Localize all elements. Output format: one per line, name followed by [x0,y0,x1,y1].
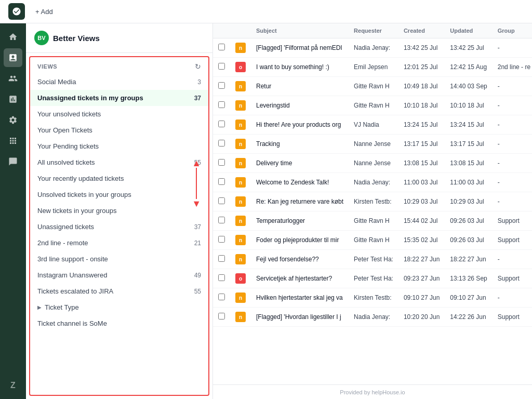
priority-badge-12: o [235,273,246,284]
row-group-11: - [493,250,532,269]
table-row[interactable]: o Servicetjek af hjertestarter? Peter Te… [213,269,532,288]
row-group-0: - [493,38,532,58]
table-row[interactable]: n Hi there! Are your products org VJ Nad… [213,115,532,135]
table-row[interactable]: n Fejl ved forsendelse?? Peter Test Ha: … [213,250,532,269]
row-checkbox-9[interactable] [213,211,230,231]
row-checkbox-11[interactable] [213,250,230,269]
tickets-icon[interactable] [4,48,22,67]
row-subject-13: Hvilken hjertestarter skal jeg va [251,288,349,308]
checkbox-2[interactable] [218,82,225,89]
row-checkbox-10[interactable] [213,231,230,250]
table-row[interactable]: n Leveringstid Gitte Ravn H 10:10 18 Jul… [213,96,532,115]
checkbox-14[interactable] [218,313,225,320]
view-item-6[interactable]: Your recently updated tickets [30,170,208,187]
views-panel-title: Better Views [53,34,100,43]
priority-badge-3: n [235,100,246,111]
col-checkbox [213,23,230,38]
table-row[interactable]: n Delivery time Nanne Jense 13:08 15 Jul… [213,154,532,173]
table-row[interactable]: n Retur Gitte Ravn H 10:49 18 Jul 14:40 … [213,77,532,96]
view-count-13: 55 [194,288,201,295]
view-item-10[interactable]: 2nd line - remote 21 [30,235,208,251]
view-item-ticket-type[interactable]: ▶ Ticket Type [30,299,208,315]
row-created-9: 15:44 02 Jul [398,211,445,231]
row-priority-4: n [230,115,251,135]
checkbox-9[interactable] [218,217,225,223]
checkbox-1[interactable] [218,63,225,70]
add-button[interactable]: + Add [31,6,57,18]
view-item-4[interactable]: Your Pending tickets [30,138,208,154]
view-item-11[interactable]: 3rd line support - onsite [30,251,208,267]
row-checkbox-5[interactable] [213,135,230,154]
row-group-6: - [493,154,532,173]
checkbox-8[interactable] [218,197,225,204]
table-row[interactable]: o I want to buy something! :) Emil Jepse… [213,58,532,77]
row-checkbox-1[interactable] [213,58,230,77]
checkbox-10[interactable] [218,236,225,243]
checkbox-3[interactable] [218,101,225,108]
row-checkbox-7[interactable] [213,173,230,192]
view-item-0[interactable]: Social Media 3 [30,74,208,90]
users-icon[interactable] [4,69,22,88]
table-row[interactable]: n [Flagged] 'Filformat på nemEDI Nadia J… [213,38,532,58]
main-layout: Z BV Better Views Views ↻ Social Media 3… [0,23,532,399]
row-checkbox-14[interactable] [213,308,230,327]
row-checkbox-13[interactable] [213,288,230,308]
home-icon[interactable] [4,28,22,46]
table-row[interactable]: n [Flagged] 'Hvordan ligestiller I j Nad… [213,308,532,327]
row-updated-7: 11:00 03 Jul [445,173,492,192]
view-label-1: Unassigned tickets in my groups [37,94,194,102]
table-row[interactable]: n Hvilken hjertestarter skal jeg va Kirs… [213,288,532,308]
view-item-5[interactable]: All unsolved tickets 55 [30,154,208,170]
checkbox-0[interactable] [218,44,225,50]
row-checkbox-3[interactable] [213,96,230,115]
row-subject-8: Re: Kan jeg returnere vare købt [251,192,349,211]
zendesk-icon[interactable]: Z [4,376,22,395]
row-checkbox-4[interactable] [213,115,230,135]
table-row[interactable]: n Temperaturlogger Gitte Ravn H 15:44 02… [213,211,532,231]
row-checkbox-12[interactable] [213,269,230,288]
settings-icon[interactable] [4,111,22,129]
checkbox-5[interactable] [218,140,225,147]
priority-badge-7: n [235,177,246,188]
table-row[interactable]: n Tracking Nanne Jense 13:17 15 Jul 13:1… [213,135,532,154]
row-priority-0: n [230,38,251,58]
row-checkbox-0[interactable] [213,38,230,58]
row-group-7: - [493,173,532,192]
reports-icon[interactable] [4,90,22,109]
checkbox-12[interactable] [218,274,225,281]
checkbox-7[interactable] [218,178,225,185]
view-item-12[interactable]: Instagram Unanswered 49 [30,267,208,283]
app-logo [8,3,25,20]
chat-icon[interactable] [4,152,22,171]
apps-icon[interactable] [4,131,22,150]
footer-bar: Provided by helpHouse.io [213,384,532,399]
table-row[interactable]: n Re: Kan jeg returnere vare købt Kirste… [213,192,532,211]
table-row[interactable]: n Welcome to Zendesk Talk! Nadia Jenay: … [213,173,532,192]
row-requester-5: Nanne Jense [349,135,398,154]
view-item-ticket-channel[interactable]: Ticket channel is SoMe [30,315,208,331]
table-row[interactable]: n Foder og plejeprodukter til mir Gitte … [213,231,532,250]
checkbox-11[interactable] [218,255,225,262]
row-subject-14: [Flagged] 'Hvordan ligestiller I j [251,308,349,327]
view-item-13[interactable]: Tickets escalated to JIRA 55 [30,283,208,299]
view-item-1[interactable]: Unassigned tickets in my groups 37 [30,90,208,106]
checkbox-13[interactable] [218,294,225,300]
views-items: Social Media 3 Unassigned tickets in my … [30,74,208,299]
row-group-1: 2nd line - re [493,58,532,77]
view-item-9[interactable]: Unassigned tickets 37 [30,219,208,235]
row-checkbox-6[interactable] [213,154,230,173]
row-updated-8: 10:29 03 Jul [445,192,492,211]
view-item-2[interactable]: Your unsolved tickets [30,106,208,122]
view-item-7[interactable]: Unsolved tickets in your groups [30,187,208,203]
refresh-button[interactable]: ↻ [195,62,201,71]
checkbox-4[interactable] [218,121,225,127]
view-item-8[interactable]: New tickets in your groups [30,203,208,219]
checkbox-6[interactable] [218,159,225,166]
priority-badge-14: n [235,312,246,322]
row-checkbox-2[interactable] [213,77,230,96]
row-checkbox-8[interactable] [213,192,230,211]
row-group-10: Support [493,231,532,250]
view-item-3[interactable]: Your Open Tickets [30,122,208,138]
row-requester-12: Peter Test Ha: [349,269,398,288]
view-label-6: Your recently updated tickets [37,175,201,182]
